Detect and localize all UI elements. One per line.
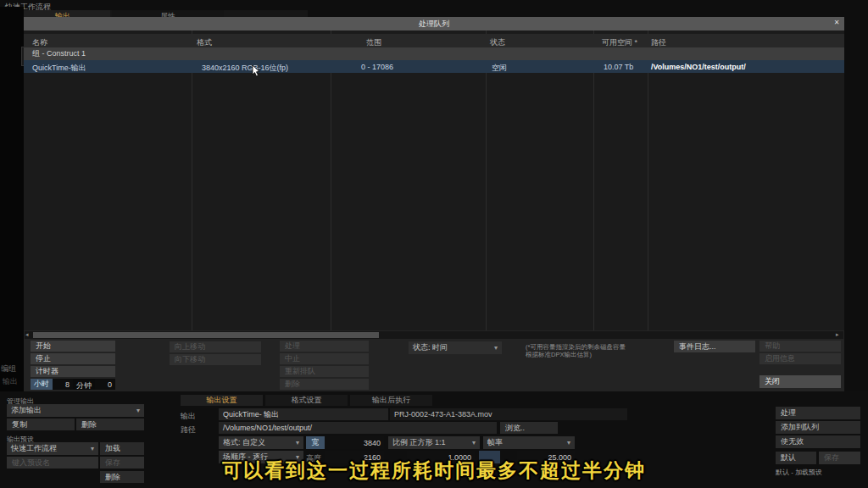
- abort-job-button[interactable]: 中止: [280, 353, 369, 364]
- output-name-value: QuickTime- 输出: [223, 409, 279, 420]
- load-preset-button[interactable]: 加载: [100, 442, 144, 455]
- chevron-down-icon: ▾: [91, 445, 94, 452]
- minutes-field[interactable]: 0: [95, 379, 115, 390]
- tab-post-execute[interactable]: 输出后执行: [350, 395, 432, 406]
- event-log-button[interactable]: 事件日志...: [674, 341, 755, 352]
- load-preset-label: 加载: [105, 443, 120, 454]
- horizontal-scrollbar[interactable]: ◂ ▸: [25, 331, 843, 339]
- move-up-button[interactable]: 向上移动: [170, 341, 261, 352]
- tab-format-settings-label: 格式设置: [292, 395, 322, 406]
- scroll-left-icon[interactable]: ◂: [25, 331, 29, 338]
- width-value: 3840: [364, 439, 381, 447]
- timer-button[interactable]: 计时器: [31, 366, 115, 377]
- close-label: 关闭: [765, 376, 780, 387]
- hours-label-text: 小时: [34, 379, 49, 390]
- help-button[interactable]: 帮助: [760, 341, 841, 352]
- edge-group-label[interactable]: 编组: [1, 363, 16, 374]
- timer-row: 小时 8 分钟 0: [31, 379, 115, 390]
- ratio-dropdown[interactable]: 比例 正方形 1:1 ▾: [388, 436, 480, 449]
- preset-dropdown-label: 快速工作流程: [11, 443, 57, 454]
- hours-field[interactable]: 8: [53, 379, 73, 390]
- start-label: 开始: [36, 341, 51, 352]
- capacity-note-line1: (*可用容量指渲染后的剩余磁盘容量: [526, 343, 678, 351]
- capacity-note: (*可用容量指渲染后的剩余磁盘容量 根据标准DPX输出估算): [526, 343, 678, 358]
- table-row-job[interactable]: QuickTime-输出 3840x2160 RGB-16位(fp) 0 - 1…: [24, 60, 844, 73]
- minutes-label: 分钟: [76, 380, 92, 391]
- scroll-right-icon[interactable]: ▸: [836, 331, 839, 338]
- application-window: 快速工作流程 输出 属性 • 编组 输出 处理队列 ✕ 名称: [0, 0, 868, 488]
- delete-output-button[interactable]: 删除: [76, 419, 144, 430]
- job-format: 3840x2160 RGB-16位(fp): [202, 63, 288, 74]
- chevron-down-icon: ▾: [567, 439, 570, 446]
- column-divider: [192, 30, 192, 330]
- job-space: 10.07 Tb: [604, 63, 633, 71]
- status-filter-dropdown[interactable]: 状态: 时间 ▾: [409, 341, 502, 354]
- move-up-label: 向上移动: [175, 341, 205, 352]
- tab-output-settings[interactable]: 输出设置: [181, 395, 263, 406]
- chevron-down-icon: ▾: [472, 439, 476, 446]
- job-range: 0 - 17086: [361, 63, 393, 71]
- enable-info-button[interactable]: 启用信息: [760, 353, 841, 364]
- add-to-queue-label: 添加到队列: [781, 422, 819, 433]
- duplicate-button[interactable]: 复制: [7, 419, 75, 430]
- path-value: /Volumes/NO1/test/output/: [223, 424, 312, 432]
- format-dropdown[interactable]: 格式: 自定义 ▾: [219, 436, 303, 449]
- capacity-note-line2: 根据标准DPX输出估算): [526, 351, 678, 358]
- add-to-queue-button[interactable]: 添加到队列: [776, 421, 860, 434]
- mouse-cursor: [252, 65, 260, 77]
- width-field[interactable]: 3840: [325, 436, 384, 449]
- chevron-down-icon: ▾: [296, 439, 299, 446]
- delete-job-button[interactable]: 删除: [280, 379, 369, 390]
- table-row-group[interactable]: 组 - Construct 1: [24, 47, 844, 60]
- duplicate-label: 复制: [12, 419, 27, 430]
- tab-format-settings[interactable]: 格式设置: [265, 395, 348, 406]
- settings-tab-bar: 输出设置 格式设置 输出后执行: [181, 395, 689, 406]
- tab-post-execute-label: 输出后执行: [372, 395, 410, 406]
- column-divider: [648, 30, 648, 330]
- browse-label: 浏览..: [505, 423, 525, 434]
- move-down-button[interactable]: 向下移动: [170, 354, 261, 365]
- group-row-label: 组 - Construct 1: [32, 48, 86, 59]
- chevron-down-icon: ▾: [494, 344, 498, 352]
- abort-job-label: 中止: [285, 353, 300, 364]
- output-file-field[interactable]: PRJ-0002-473-A1-383A.mov: [390, 408, 627, 420]
- edge-output-label[interactable]: 输出: [3, 376, 18, 387]
- column-divider: [593, 30, 594, 330]
- process-job-button[interactable]: 处理: [280, 341, 369, 352]
- timer-label: 计时器: [36, 366, 58, 377]
- column-divider: [486, 30, 487, 330]
- enable-info-label: 启用信息: [765, 353, 795, 364]
- delete-job-label: 删除: [285, 379, 300, 390]
- process-button[interactable]: 处理: [776, 407, 860, 419]
- start-button[interactable]: 开始: [31, 341, 115, 352]
- table-header-row: 名称 格式 范围 状态 可用空间 * 路径: [24, 34, 844, 47]
- job-path: /Volumes/NO1/test/output/: [651, 63, 746, 71]
- hours-label: 小时: [31, 379, 53, 390]
- width-label-text: 宽: [312, 437, 320, 448]
- framerate-dropdown-label: 帧率: [487, 437, 503, 448]
- output-name-field[interactable]: QuickTime- 输出: [219, 408, 388, 420]
- output-file-value: PRJ-0002-473-A1-383A.mov: [394, 410, 492, 419]
- browse-button[interactable]: 浏览..: [500, 422, 558, 434]
- close-button[interactable]: 关闭: [760, 375, 841, 388]
- column-divider: [331, 30, 331, 330]
- stop-button[interactable]: 停止: [31, 353, 115, 364]
- help-label: 帮助: [765, 341, 780, 352]
- framerate-dropdown[interactable]: 帧率 ▾: [483, 436, 575, 449]
- status-filter-label: 状态: 时间: [413, 342, 448, 353]
- requeue-job-label: 重新排队: [285, 366, 315, 377]
- queue-dialog: 处理队列 ✕ 名称 格式 范围 状态 可用空间 * 路径 组 - Constru…: [24, 17, 844, 391]
- dialog-close-icon[interactable]: ✕: [832, 19, 842, 29]
- dialog-title-bar[interactable]: 处理队列: [24, 17, 844, 30]
- preset-dropdown[interactable]: 快速工作流程 ▾: [7, 442, 98, 455]
- tab-output-settings-label: 输出设置: [207, 395, 237, 406]
- add-output-dropdown[interactable]: 添加输出 ▾: [7, 404, 144, 417]
- minutes-value: 0: [108, 380, 112, 389]
- horizontal-scrollbar-thumb[interactable]: [33, 332, 379, 338]
- job-name: QuickTime-输出: [32, 63, 86, 74]
- ratio-dropdown-label: 比例 正方形 1:1: [392, 437, 446, 448]
- invalidate-button[interactable]: 使无效: [776, 435, 860, 448]
- requeue-job-button[interactable]: 重新排队: [280, 366, 369, 377]
- path-field[interactable]: /Volumes/NO1/test/output/: [219, 422, 497, 434]
- event-log-label: 事件日志...: [679, 341, 716, 352]
